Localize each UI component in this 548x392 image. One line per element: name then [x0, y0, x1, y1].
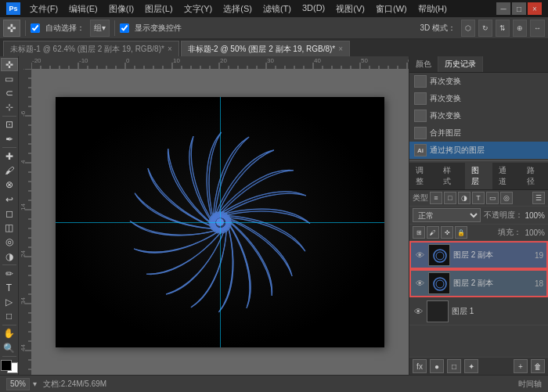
crosshair-vertical	[220, 97, 221, 347]
kind-icon-type[interactable]: T	[472, 192, 485, 204]
show-controls-checkbox[interactable]	[120, 23, 129, 33]
auto-select-dropdown[interactable]: 组 ▾	[90, 20, 110, 37]
color-swatches[interactable]	[1, 360, 18, 373]
tool-pen[interactable]: ✏	[1, 267, 18, 280]
kind-icon-shape[interactable]: ▭	[486, 192, 499, 204]
tab-channels[interactable]: 通道	[492, 163, 520, 189]
close-button[interactable]: ×	[528, 2, 542, 15]
menu-help[interactable]: 帮助(H)	[413, 2, 452, 16]
tool-hand[interactable]: ✋	[1, 327, 18, 340]
tool-zoom[interactable]: 🔍	[1, 341, 18, 354]
add-fx-button[interactable]: fx	[413, 359, 427, 373]
document-canvas[interactable]	[56, 97, 384, 347]
ruler-horizontal	[19, 56, 409, 69]
kind-icon-adjustment[interactable]: ◑	[458, 192, 470, 204]
history-item-4[interactable]: Ai 通过拷贝的图层	[409, 142, 548, 159]
layer-item-0[interactable]: 👁 图层 2 副本 19	[409, 241, 548, 269]
history-item-1[interactable]: 再次变换	[409, 90, 548, 107]
delete-layer-button[interactable]: 🗑	[531, 359, 545, 373]
canvas-container[interactable]	[31, 69, 409, 375]
panel-menu-icon[interactable]: ☰	[532, 192, 545, 204]
tool-eyedropper[interactable]: ✒	[1, 132, 18, 146]
auto-select-checkbox[interactable]	[31, 23, 40, 33]
menu-layer[interactable]: 图层(L)	[140, 2, 177, 16]
toolbar-separator	[25, 20, 26, 36]
tool-gradient[interactable]: ◫	[1, 221, 18, 234]
tool-healing[interactable]: ✚	[1, 149, 18, 163]
tab-style[interactable]: 样式	[437, 163, 464, 189]
history-label-0: 再次变换	[430, 76, 461, 87]
tool-select-rect[interactable]: ▭	[1, 72, 18, 85]
new-layer-button[interactable]: +	[514, 359, 528, 373]
menu-edit[interactable]: 编辑(E)	[64, 2, 103, 16]
create-adjustment-button[interactable]: ✦	[464, 359, 478, 373]
add-mask-button[interactable]: ●	[430, 359, 444, 373]
foreground-color-swatch[interactable]	[1, 360, 12, 371]
tab-color[interactable]: 颜色	[409, 56, 438, 72]
layer-visibility-0[interactable]: 👁	[414, 250, 425, 261]
fill-value[interactable]: 100%	[525, 228, 545, 237]
tool-dodge[interactable]: ◑	[1, 250, 18, 263]
kind-icon-smart[interactable]: ◎	[500, 192, 513, 204]
3d-mode-label: 3D 模式：	[417, 23, 458, 34]
tab-adjustment[interactable]: 调整	[409, 163, 437, 189]
history-label-3: 合并图层	[430, 128, 461, 138]
kind-icon-pixel[interactable]: □	[444, 192, 456, 204]
zoom-value[interactable]: 50%	[6, 378, 30, 390]
menu-select[interactable]: 选择(S)	[218, 2, 257, 16]
tab-close-1[interactable]: ×	[168, 45, 172, 53]
create-group-button[interactable]: □	[447, 359, 461, 373]
menu-text[interactable]: 文字(Y)	[179, 2, 218, 16]
layer-item-2[interactable]: 👁 图层 1	[409, 297, 548, 325]
lock-all-btn[interactable]: 🔒	[455, 226, 467, 239]
tool-move[interactable]: ✜	[1, 58, 18, 71]
minimize-button[interactable]: ─	[496, 2, 510, 15]
toolbox-sep-3	[2, 264, 16, 265]
lock-transparent-btn[interactable]: ⊞	[413, 226, 425, 239]
3d-mode-btn-4[interactable]: ⊕	[513, 20, 527, 37]
tab-paths[interactable]: 路径	[521, 163, 548, 189]
move-tool-icon[interactable]: ✜	[3, 20, 20, 37]
tool-shape[interactable]: □	[1, 310, 18, 323]
menu-3d[interactable]: 3D(D)	[297, 2, 330, 16]
opacity-value[interactable]: 100%	[525, 211, 545, 220]
tool-brush[interactable]: 🖌	[1, 164, 18, 177]
layer-item-1[interactable]: 👁 图层 2 副本 18	[409, 269, 548, 297]
status-doc-info: 文档:2.24M/5.69M	[43, 379, 106, 390]
history-label-4: 通过拷贝的图层	[430, 145, 485, 156]
tool-eraser[interactable]: ◻	[1, 207, 18, 220]
kind-icon-all[interactable]: ≡	[430, 192, 442, 204]
menu-file[interactable]: 文件(F)	[25, 2, 63, 16]
tool-path-select[interactable]: ▷	[1, 296, 18, 309]
menu-image[interactable]: 图像(I)	[104, 2, 139, 16]
tab-file-1[interactable]: 未标题-1 @ 62.4% (图层 2 副本 19, RGB/8)* ×	[3, 41, 179, 56]
lock-move-btn[interactable]: ✜	[441, 226, 453, 239]
tool-crop[interactable]: ⊡	[1, 118, 18, 131]
tab-history[interactable]: 历史记录	[438, 56, 483, 72]
tool-text[interactable]: T	[1, 281, 18, 294]
history-item-3[interactable]: 合并图层	[409, 124, 548, 142]
maximize-button[interactable]: □	[512, 2, 526, 15]
tool-magic-wand[interactable]: ⊹	[1, 101, 18, 114]
layer-kind-row: 类型 ≡ □ ◑ T ▭ ◎ ☰	[409, 190, 548, 207]
tab-layers[interactable]: 图层	[465, 163, 492, 189]
layer-visibility-1[interactable]: 👁	[414, 278, 425, 289]
history-item-2[interactable]: 再次变换	[409, 107, 548, 124]
blend-mode-dropdown[interactable]: 正常	[413, 208, 481, 222]
tool-lasso[interactable]: ⊂	[1, 87, 18, 100]
3d-mode-btn-3[interactable]: ⇅	[496, 20, 510, 37]
3d-mode-btn-5[interactable]: ↔	[530, 20, 545, 37]
tool-blur[interactable]: ◎	[1, 236, 18, 249]
3d-mode-btn-2[interactable]: ↻	[478, 20, 492, 37]
layer-visibility-2[interactable]: 👁	[413, 306, 424, 317]
lock-paint-btn[interactable]: 🖌	[427, 226, 439, 239]
menu-filter[interactable]: 滤镜(T)	[258, 2, 296, 16]
tool-clone[interactable]: ⊗	[1, 178, 18, 192]
3d-mode-btn-1[interactable]: ⬡	[461, 20, 475, 37]
menu-window[interactable]: 窗口(W)	[371, 2, 412, 16]
history-item-0[interactable]: 再次变换	[409, 73, 548, 90]
tab-close-2[interactable]: ×	[338, 45, 343, 53]
tool-history-brush[interactable]: ↩	[1, 192, 18, 206]
tab-file-2[interactable]: 非标题-2 @ 50% (图层 2 副本 19, RGB/8)* ×	[181, 41, 350, 56]
menu-view[interactable]: 视图(V)	[331, 2, 370, 16]
